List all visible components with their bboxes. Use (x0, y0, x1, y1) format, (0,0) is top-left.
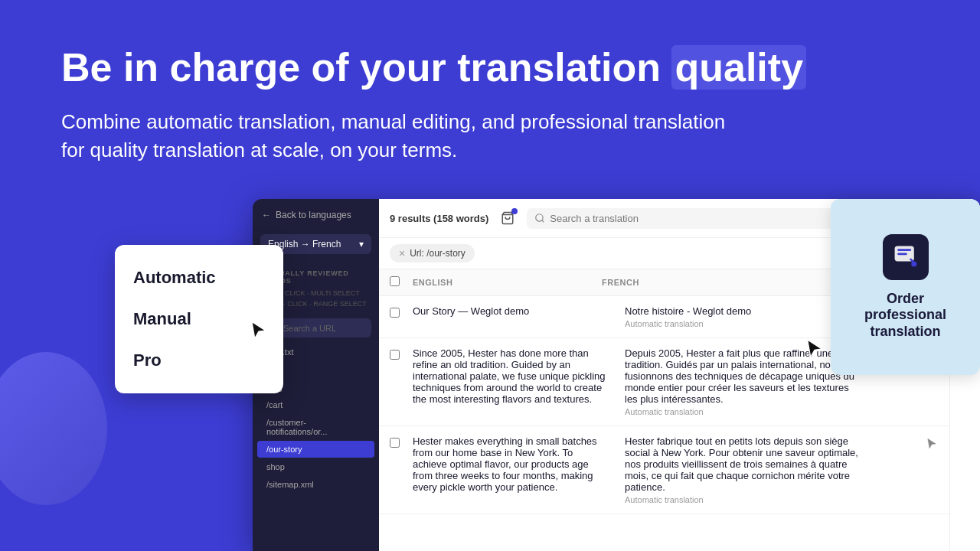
row-french-text-0: Notre histoire - Weglot demo (625, 305, 862, 317)
sidebar-url-item-6[interactable]: shop (257, 458, 374, 475)
translation-type-dropdown: Automatic Manual Pro (115, 245, 283, 393)
row-english-0: Our Story — Weglot demo (413, 305, 625, 317)
search-url-placeholder: Search a URL (283, 324, 336, 333)
cursor-icon-row-2 (925, 437, 939, 454)
sidebar-url-item-3[interactable]: /cart (257, 396, 374, 413)
svg-line-2 (542, 220, 544, 223)
row-checkbox-0[interactable] (390, 305, 413, 321)
row-english-text-2: Hester makes everything in small batches… (413, 435, 609, 493)
header-checkbox-col (390, 276, 413, 289)
hero-section: Be in charge of your translation quality… (0, 0, 980, 194)
cursor-icon-dropdown (247, 318, 271, 347)
col-header-english: ENGLISH (413, 278, 602, 287)
search-translation-input[interactable] (550, 213, 840, 224)
sidebar-url-item-5[interactable]: /our-story (257, 441, 374, 458)
select-all-checkbox[interactable] (390, 276, 400, 286)
lang-dropdown-arrow: ▾ (359, 239, 364, 249)
row-french-text-2: Hester fabrique tout en petits lots depu… (625, 435, 862, 493)
svg-rect-11 (897, 253, 907, 255)
basket-dot (511, 208, 518, 214)
row-english-2: Hester makes everything in small batches… (413, 435, 625, 493)
chip-close-icon[interactable]: × (399, 247, 405, 259)
svg-rect-10 (897, 249, 911, 251)
results-count: 9 results (158 words) (390, 213, 488, 224)
hero-title: Be in charge of your translation quality (61, 46, 919, 90)
search-box[interactable] (527, 208, 848, 229)
row-checkbox-1[interactable] (390, 347, 413, 363)
row-french-2: Hester fabrique tout en petits lots depu… (625, 435, 870, 504)
hero-subtitle: Combine automatic translation, manual ed… (61, 108, 750, 164)
row-english-1: Since 2005, Hester has done more than re… (413, 347, 625, 405)
chip-label: Url: /our-story (410, 248, 466, 259)
back-arrow-icon: ← (262, 210, 271, 220)
row-auto-label-1: Automatic translation (625, 407, 862, 416)
deco-blob-left (0, 352, 107, 505)
row-checkbox-2[interactable] (390, 435, 413, 451)
hero-title-start: Be in charge of your translation (61, 45, 671, 90)
row-auto-label-2: Automatic translation (625, 495, 862, 504)
dropdown-label-manual: Manual (133, 309, 191, 329)
row-english-text-0: Our Story — Weglot demo (413, 305, 609, 317)
order-panel-text: Order professional translation (846, 291, 965, 341)
back-label: Back to languages (276, 210, 351, 220)
row-auto-label-0: Automatic translation (625, 319, 862, 328)
app-container: Automatic Manual Pro ← Back to languages… (115, 199, 980, 551)
toolbar-icons (496, 207, 519, 230)
svg-point-12 (911, 261, 916, 266)
search-icon (534, 213, 545, 223)
row-check-input-1[interactable] (390, 350, 400, 360)
row-check-input-2[interactable] (390, 438, 400, 448)
sidebar-url-item-4[interactable]: /customer-notifications/or... (257, 414, 374, 440)
table-row[interactable]: Hester makes everything in small batches… (379, 426, 949, 514)
dropdown-item-automatic[interactable]: Automatic (115, 257, 283, 298)
order-professional-panel[interactable]: Order professional translation (831, 199, 980, 375)
back-to-languages-link[interactable]: ← Back to languages (253, 199, 379, 228)
cursor-icon-app (802, 337, 827, 364)
row-actions-2 (870, 435, 939, 454)
basket-icon-btn[interactable] (496, 207, 519, 230)
order-panel-icon (883, 234, 929, 280)
dropdown-label-automatic: Automatic (133, 268, 216, 288)
row-english-text-1: Since 2005, Hester has done more than re… (413, 347, 609, 405)
sidebar-url-item-7[interactable]: /sitemap.xml (257, 476, 374, 493)
dropdown-item-pro[interactable]: Pro (115, 340, 283, 381)
row-check-input-0[interactable] (390, 308, 400, 318)
dropdown-label-pro: Pro (133, 350, 162, 370)
svg-point-1 (536, 214, 543, 221)
hero-title-highlight: quality (671, 45, 806, 90)
col-header-french: FRENCH (602, 278, 847, 287)
url-filter-chip[interactable]: × Url: /our-story (390, 244, 475, 262)
